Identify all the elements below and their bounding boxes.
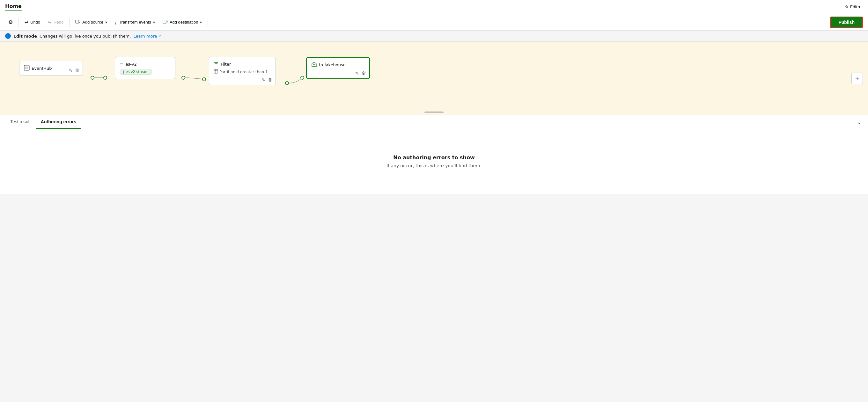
toolbar-separator-3 <box>208 18 208 27</box>
transform-chevron: ▾ <box>153 20 155 25</box>
filter-title: Filter <box>214 61 271 67</box>
empty-state-description: If any occur, this is where you'll find … <box>386 163 482 168</box>
add-destination-icon <box>163 19 168 25</box>
transform-events-label: Transform events <box>119 20 151 25</box>
esv2-node[interactable]: ≡ es-v2 ƒ es-v2-stream <box>115 57 175 79</box>
esv2-tag: ƒ es-v2-stream <box>120 69 152 75</box>
undo-label: Undo <box>30 20 40 25</box>
lakehouse-icon <box>311 62 317 68</box>
add-destination-chevron: ▾ <box>200 20 202 25</box>
title-bar: Home ✎ Edit ▾ <box>0 0 868 14</box>
info-message: Changes will go live once you publish th… <box>39 34 131 38</box>
eventhub-node[interactable]: EventHub ✎ 🗑 <box>19 61 83 76</box>
lakehouse-title: to-lakehouse <box>311 62 365 68</box>
filter-icon <box>214 61 219 67</box>
redo-label: Redo <box>54 20 63 25</box>
tab-authoring-errors[interactable]: Authoring errors <box>36 115 81 129</box>
publish-button[interactable]: Publish <box>830 16 863 28</box>
tab-test-result[interactable]: Test result <box>5 115 36 129</box>
eventhub-icon <box>24 65 30 72</box>
add-source-button[interactable]: Add source ▾ <box>72 17 110 27</box>
filter-label: Filter <box>221 62 231 67</box>
lakehouse-actions: ✎ 🗑 <box>354 70 367 76</box>
esv2-title: ≡ es-v2 <box>120 61 170 67</box>
bottom-panel: Test result Authoring errors ⌄ No author… <box>0 115 868 194</box>
undo-icon: ↩ <box>25 20 28 25</box>
svg-rect-15 <box>214 69 218 73</box>
empty-state: No authoring errors to show If any occur… <box>0 129 868 194</box>
svg-point-6 <box>285 81 288 85</box>
filter-table-icon <box>214 69 218 74</box>
svg-point-3 <box>104 76 107 79</box>
toolbar-separator-1 <box>19 18 19 27</box>
settings-button[interactable]: ⚙ <box>5 17 16 27</box>
undo-button[interactable]: ↩ Undo <box>21 18 43 27</box>
edit-button[interactable]: ✎ Edit ▾ <box>842 3 863 11</box>
add-source-chevron: ▾ <box>105 20 107 25</box>
esv2-label: es-v2 <box>126 62 137 67</box>
add-source-label: Add source <box>82 20 103 25</box>
tab-authoring-errors-label: Authoring errors <box>41 119 76 124</box>
redo-icon: ↪ <box>48 20 52 25</box>
toolbar-separator-2 <box>69 18 69 27</box>
eventhub-delete-button[interactable]: 🗑 <box>74 67 80 74</box>
esv2-tag-icon: ƒ <box>123 70 124 74</box>
lakehouse-edit-button[interactable]: ✎ <box>354 70 360 76</box>
svg-point-5 <box>203 78 206 81</box>
tabs: Test result Authoring errors <box>5 115 81 129</box>
pencil-icon: ✎ <box>845 4 849 9</box>
filter-condition: PartitionId greater than 1 <box>219 70 268 74</box>
lakehouse-label: to-lakehouse <box>319 62 346 67</box>
esv2-stream-label: es-v2-stream <box>126 70 149 74</box>
external-link-icon: ↗ <box>158 34 161 38</box>
canvas[interactable]: EventHub ✎ 🗑 ≡ es-v2 ƒ es-v2-stream <box>0 42 868 115</box>
add-node-button[interactable]: + <box>851 73 863 84</box>
empty-state-title: No authoring errors to show <box>393 155 474 161</box>
title-bar-left: Home <box>5 3 22 10</box>
collapse-button[interactable]: ⌄ <box>856 117 863 127</box>
edit-mode-label: Edit mode <box>13 34 37 38</box>
page-title: Home <box>5 3 22 10</box>
add-source-icon <box>75 19 80 25</box>
chevron-down-icon: ▾ <box>859 5 860 9</box>
settings-icon: ⚙ <box>8 19 13 25</box>
svg-point-2 <box>91 76 94 79</box>
filter-actions: ✎ 🗑 <box>261 76 273 83</box>
edit-label: Edit <box>850 4 857 9</box>
svg-point-4 <box>182 76 185 79</box>
transform-icon: ƒ <box>115 20 117 25</box>
esv2-icon: ≡ <box>120 61 124 67</box>
svg-point-7 <box>301 76 304 79</box>
lakehouse-delete-button[interactable]: 🗑 <box>361 70 367 76</box>
filter-delete-button[interactable]: 🗑 <box>267 76 273 83</box>
svg-rect-1 <box>163 20 166 23</box>
tabs-row: Test result Authoring errors ⌄ <box>0 115 868 129</box>
eventhub-edit-button[interactable]: ✎ <box>68 67 73 74</box>
transform-events-button[interactable]: ƒ Transform events ▾ <box>112 18 158 27</box>
eventhub-actions: ✎ 🗑 <box>68 67 80 74</box>
svg-rect-0 <box>75 20 79 23</box>
redo-button[interactable]: ↪ Redo <box>44 18 67 27</box>
title-bar-right: ✎ Edit ▾ <box>842 3 863 11</box>
info-bar: i Edit mode Changes will go live once yo… <box>0 31 868 42</box>
add-destination-label: Add destination <box>169 20 198 25</box>
filter-edit-button[interactable]: ✎ <box>261 76 266 83</box>
chevron-down-icon: ⌄ <box>857 119 862 125</box>
eventhub-label: EventHub <box>32 66 52 71</box>
canvas-inner: EventHub ✎ 🗑 ≡ es-v2 ƒ es-v2-stream <box>0 42 868 115</box>
lakehouse-node[interactable]: to-lakehouse ✎ 🗑 <box>306 57 370 79</box>
learn-more-label: Learn more <box>133 34 157 38</box>
filter-subtitle: PartitionId greater than 1 <box>214 69 271 74</box>
learn-more-link[interactable]: Learn more ↗ <box>133 34 161 38</box>
info-icon: i <box>5 33 11 39</box>
toolbar: ⚙ ↩ Undo ↪ Redo Add source ▾ ƒ Transform… <box>0 14 868 31</box>
filter-node[interactable]: Filter PartitionId greater than 1 ✎ 🗑 <box>209 57 276 85</box>
add-destination-button[interactable]: Add destination ▾ <box>159 17 205 27</box>
scroll-handle <box>425 111 443 113</box>
tab-test-result-label: Test result <box>10 119 31 124</box>
